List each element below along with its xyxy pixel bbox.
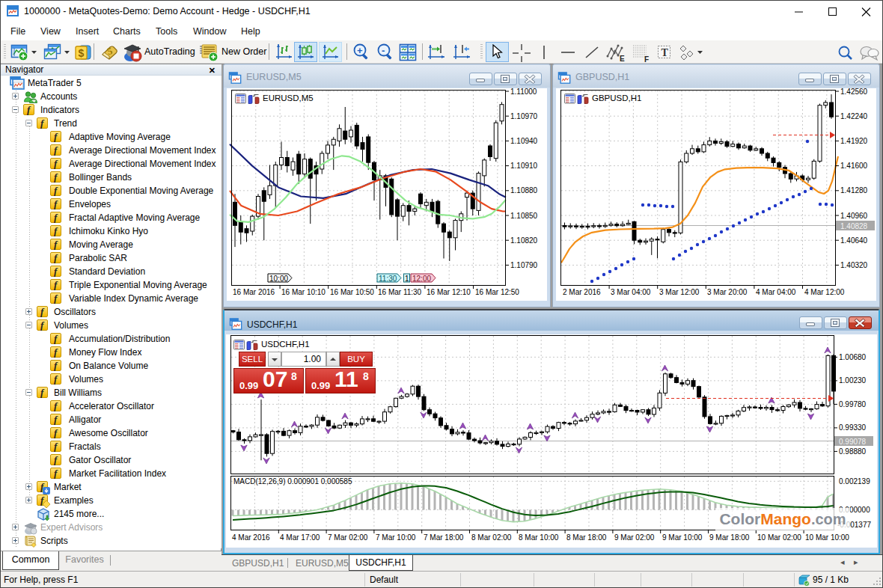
svg-text:1.00680: 1.00680: [839, 353, 867, 361]
svg-text:8 Mar 02:00: 8 Mar 02:00: [471, 533, 512, 542]
svg-text:7 Mar 02:00: 7 Mar 02:00: [328, 533, 368, 542]
svg-text:1.42240: 1.42240: [840, 112, 868, 120]
svg-text:1.40640: 1.40640: [840, 236, 868, 245]
svg-text:1.00230: 1.00230: [839, 376, 867, 385]
svg-text:1.42560: 1.42560: [840, 88, 868, 96]
svg-text:3 Mar 20:00: 3 Mar 20:00: [707, 288, 748, 296]
svg-text:7 Mar 10:00: 7 Mar 10:00: [376, 533, 416, 542]
svg-text:-: -: [382, 45, 385, 56]
svg-text:MACD(12,26,9) 0.000901 0.00058: MACD(12,26,9) 0.000901 0.000585: [233, 477, 352, 486]
svg-text:T: T: [662, 47, 669, 58]
svg-text:1.41280: 1.41280: [840, 186, 868, 195]
svg-text:F: F: [644, 55, 649, 63]
svg-text:1.40828: 1.40828: [840, 222, 868, 230]
svg-text:+: +: [357, 45, 363, 56]
svg-text:1.10790: 1.10790: [510, 261, 538, 269]
svg-text:1.40320: 1.40320: [840, 261, 868, 269]
svg-text:10 Mar 10:00: 10 Mar 10:00: [805, 533, 849, 542]
svg-text:1.10910: 1.10910: [510, 162, 538, 170]
svg-text:4 Mar 04:00: 4 Mar 04:00: [756, 288, 796, 296]
svg-text:9 Mar 10:00: 9 Mar 10:00: [662, 533, 703, 542]
svg-text:8 Mar 18:00: 8 Mar 18:00: [566, 533, 607, 542]
svg-text:3 Mar 12:00: 3 Mar 12:00: [659, 288, 700, 296]
svg-text:$: $: [79, 47, 85, 59]
svg-text:E: E: [620, 55, 625, 63]
svg-text:1.41920: 1.41920: [840, 137, 868, 145]
svg-text:10:00: 10:00: [269, 275, 288, 283]
svg-text:1.11000: 1.11000: [510, 88, 537, 96]
svg-text:1.10820: 1.10820: [510, 236, 538, 245]
svg-text:0.99330: 0.99330: [839, 423, 867, 432]
svg-text:1.10880: 1.10880: [510, 186, 538, 195]
svg-text:1.10940: 1.10940: [510, 137, 538, 145]
svg-text:0.99780: 0.99780: [839, 400, 867, 408]
svg-text:7 Mar 18:00: 7 Mar 18:00: [424, 533, 464, 542]
svg-text:12:00: 12:00: [412, 275, 431, 283]
svg-text:16 Mar 10:10: 16 Mar 10:10: [281, 288, 326, 296]
svg-text:16 Mar 12:50: 16 Mar 12:50: [475, 288, 519, 296]
svg-text:9 Mar 18:00: 9 Mar 18:00: [709, 533, 750, 542]
svg-text:16 Mar 10:50: 16 Mar 10:50: [330, 288, 374, 296]
svg-text:2 Mar 2016: 2 Mar 2016: [563, 288, 601, 296]
svg-text:1.10850: 1.10850: [510, 212, 538, 220]
svg-text:4 Mar 12:00: 4 Mar 12:00: [804, 288, 845, 296]
svg-text:3 Mar 04:00: 3 Mar 04:00: [611, 288, 651, 296]
svg-text:1: 1: [405, 275, 409, 283]
svg-text:16 Mar 11:30: 16 Mar 11:30: [378, 288, 422, 296]
svg-text:0.002139: 0.002139: [839, 477, 870, 486]
svg-text:4 Mar 2016: 4 Mar 2016: [232, 533, 270, 542]
svg-text:1.10970: 1.10970: [510, 112, 538, 120]
svg-text:10 Mar 02:00: 10 Mar 02:00: [757, 533, 801, 542]
svg-text:0.98880: 0.98880: [839, 447, 867, 456]
svg-text:8 Mar 10:00: 8 Mar 10:00: [519, 533, 559, 542]
svg-text:11:30: 11:30: [379, 275, 397, 283]
svg-text:9 Mar 02:00: 9 Mar 02:00: [614, 533, 655, 542]
svg-text:1.40960: 1.40960: [840, 212, 868, 220]
svg-text:4 Mar 17:00: 4 Mar 17:00: [280, 533, 320, 542]
svg-text:16 Mar 2016: 16 Mar 2016: [233, 288, 275, 296]
svg-text:0.99078: 0.99078: [839, 438, 867, 446]
svg-text:1.41600: 1.41600: [840, 162, 868, 170]
svg-text:16 Mar 12:10: 16 Mar 12:10: [427, 288, 471, 296]
